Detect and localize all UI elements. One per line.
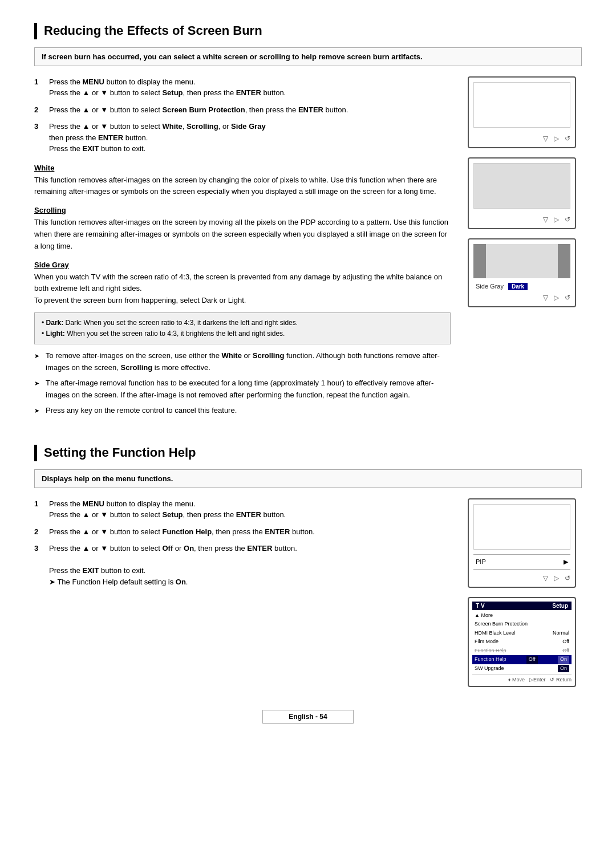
white-heading: White (34, 164, 451, 172)
menu-film-value: Off (562, 638, 569, 646)
arrow-item-1: To remove after-images on the screen, us… (34, 350, 451, 374)
s2-step-1-num: 1 (34, 498, 43, 521)
menu-fh-value-on: On (558, 656, 569, 664)
menu-nav-text: ♦ Move (508, 677, 525, 682)
tv-screen-pip: PIP ▶ ▽ ▷ ↺ (468, 498, 576, 588)
arrow-list: To remove after-images on the screen, us… (34, 350, 451, 416)
section2-title: Setting the Function Help (34, 445, 582, 461)
step-1-text: Press the MENU button to display the men… (49, 76, 451, 99)
step-3-text: Press the ▲ or ▼ button to select White,… (49, 121, 451, 155)
section2-subtitle: Displays help on the menu functions. (34, 469, 582, 488)
nav-icon-return: ↺ (565, 135, 570, 143)
arrow-item-3: Press any key on the remote control to c… (34, 405, 451, 417)
menu-fh-strike-value: Off (562, 647, 569, 655)
menu-sbp-label: Screen Burn Protection (475, 620, 528, 628)
section2-content: 1 Press the MENU button to display the m… (34, 498, 582, 688)
s2-step-2: 2 Press the ▲ or ▼ button to select Func… (34, 526, 451, 538)
step-2: 2 Press the ▲ or ▼ button to select Scre… (34, 104, 451, 116)
nav-icon-return-3: ↺ (565, 294, 570, 302)
menu-sw-label: SW Upgrade (475, 665, 504, 673)
section1-subtitle: If screen burn has occurred, you can sel… (34, 47, 582, 66)
menu-title-bar: T V Setup (472, 602, 572, 610)
tv-screen-sidegray: Side Gray Dark ▽ ▷ ↺ (468, 238, 576, 307)
section-function-help: Setting the Function Help Displays help … (34, 445, 582, 687)
tv-controls-4: ▽ ▷ ↺ (473, 572, 570, 582)
section2-steps: 1 Press the MENU button to display the m… (34, 498, 451, 588)
section1-title: Reducing the Effects of Screen Burn (34, 23, 582, 39)
menu-item-more: ▲ More (472, 611, 572, 620)
menu-title-left: T V (476, 603, 485, 609)
white-text: This function removes after-images on th… (34, 174, 451, 198)
step-2-text: Press the ▲ or ▼ button to select Screen… (49, 104, 451, 116)
menu-hdmi-label: HDMI Black Level (475, 629, 516, 637)
tv-screen-white: ▽ ▷ ↺ (468, 76, 576, 148)
sidegray-text: When you watch TV with the screen ratio … (34, 271, 451, 307)
s2-step-3-num: 3 (34, 543, 43, 587)
step-3-num: 3 (34, 121, 43, 155)
section1-steps: 1 Press the MENU button to display the m… (34, 76, 451, 155)
menu-item-sw: SW Upgrade On (472, 664, 572, 673)
tv-screen-scrolling: ▽ ▷ ↺ (468, 157, 576, 229)
menu-fh-value: Off (526, 656, 538, 664)
step-2-num: 2 (34, 104, 43, 116)
tv-controls-2: ▽ ▷ ↺ (473, 213, 570, 224)
sidegray-row: Side Gray Dark (473, 282, 570, 291)
step-1-num: 1 (34, 76, 43, 99)
s2-step-3: 3 Press the ▲ or ▼ button to select Off … (34, 543, 451, 587)
s2-step-3-text: Press the ▲ or ▼ button to select Off or… (49, 543, 451, 587)
section1-text-column: 1 Press the MENU button to display the m… (34, 76, 451, 422)
menu-fh-label: Function Help (475, 656, 506, 664)
nav-icon-down-2: ▽ (543, 216, 548, 224)
note-box: • Dark: Dark: When you set the screen ra… (34, 312, 451, 344)
menu-fh-strike-label: Function Help (475, 647, 506, 655)
step-1: 1 Press the MENU button to display the m… (34, 76, 451, 99)
menu-item-sbp: Screen Burn Protection (472, 620, 572, 629)
menu-hdmi-value: Normal (553, 629, 569, 637)
menu-nav-return: ↺ Return (550, 677, 572, 682)
nav-icon-down-3: ▽ (543, 294, 548, 302)
sidegray-label: Side Gray (476, 283, 504, 290)
note-light: • Light: When you set the screen ratio t… (42, 328, 443, 339)
sidegray-value: Dark (508, 283, 528, 290)
section2-text-column: 1 Press the MENU button to display the m… (34, 498, 451, 688)
menu-mockup: T V Setup ▲ More Screen Burn Protection … (468, 597, 576, 688)
nav-icon-down: ▽ (543, 135, 548, 143)
menu-nav-enter: ▷Enter (529, 677, 546, 682)
menu-item-hdmi: HDMI Black Level Normal (472, 629, 572, 638)
menu-title-right: Setup (552, 603, 568, 609)
nav-icon-return-2: ↺ (565, 216, 570, 224)
tv-controls-3: ▽ ▷ ↺ (473, 291, 570, 302)
s2-step-2-text: Press the ▲ or ▼ button to select Functi… (49, 526, 451, 538)
section-screen-burn: Reducing the Effects of Screen Burn If s… (34, 23, 582, 422)
section1-image-column: ▽ ▷ ↺ ▽ ▷ ↺ (468, 76, 582, 422)
arrow-item-2: The after-image removal function has to … (34, 377, 451, 401)
scrolling-text: This function removes after-images on th… (34, 217, 451, 252)
pip-label: PIP (476, 558, 486, 565)
pip-row: PIP ▶ (473, 557, 570, 567)
menu-sw-value: On (558, 665, 569, 673)
menu-more-label: ▲ More (475, 612, 493, 620)
s2-step-1-text: Press the MENU button to display the men… (49, 498, 451, 521)
page-footer: English - 54 (262, 710, 354, 724)
s2-step-2-num: 2 (34, 526, 43, 538)
section2-image-column: PIP ▶ ▽ ▷ ↺ T V Setup ▲ More (468, 498, 582, 688)
s2-step-1: 1 Press the MENU button to display the m… (34, 498, 451, 521)
nav-icon-enter: ▷ (554, 135, 559, 143)
tv-controls-1: ▽ ▷ ↺ (473, 132, 570, 143)
nav-icon-enter-2: ▷ (554, 216, 559, 224)
step-3: 3 Press the ▲ or ▼ button to select Whit… (34, 121, 451, 155)
pip-arrow-icon: ▶ (564, 558, 568, 566)
nav-icon-enter-4: ▷ (554, 574, 559, 582)
nav-icon-enter-3: ▷ (554, 294, 559, 302)
note-dark: • Dark: Dark: When you set the screen ra… (42, 318, 443, 328)
menu-film-label: Film Mode (475, 638, 499, 646)
menu-item-fh-strikethrough: Function Help Off (472, 647, 572, 656)
nav-icon-return-4: ↺ (565, 574, 570, 582)
section1-content: 1 Press the MENU button to display the m… (34, 76, 582, 422)
menu-nav-bar: ♦ Move ▷Enter ↺ Return (472, 674, 572, 682)
menu-item-fh-highlighted: Function Help Off On (472, 655, 572, 664)
nav-icon-down-4: ▽ (543, 574, 548, 582)
sidegray-heading: Side Gray (34, 261, 451, 269)
menu-item-film: Film Mode Off (472, 637, 572, 647)
scrolling-heading: Scrolling (34, 206, 451, 214)
